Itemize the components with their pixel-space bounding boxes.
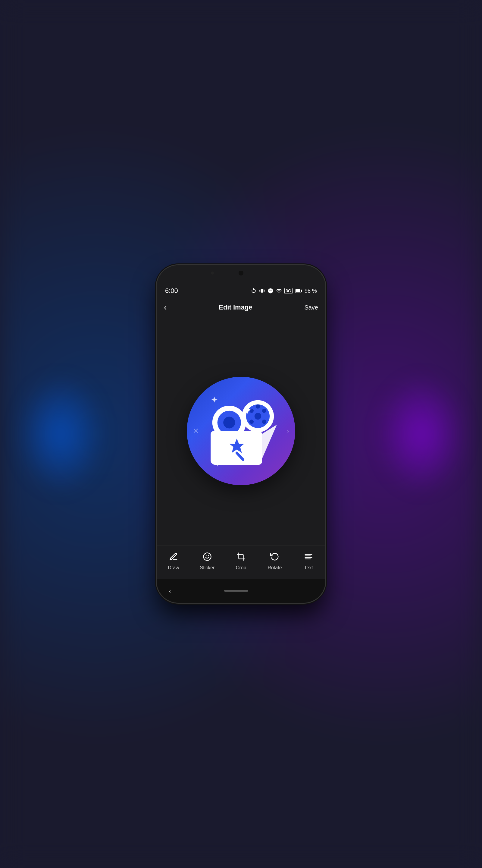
sticker-icon [201,551,213,563]
toolbar-item-crop[interactable]: Crop [229,551,253,570]
toolbar-item-sticker[interactable]: Sticker [195,551,219,570]
svg-point-12 [262,409,266,413]
cross-right-icon: › [287,427,289,435]
bg-glow-right [377,374,467,494]
battery-icon [295,289,302,293]
phone-screen: 6:00 [157,265,325,603]
battery-percent: 98 % [304,288,317,294]
phone-mockup: 6:00 [157,265,325,603]
bottom-nav-bar: ‹ [157,579,325,603]
vibrate-icon [259,288,265,294]
svg-point-19 [204,553,211,561]
image-edit-area[interactable]: ✦ ✦ ○ ✕ › [157,316,325,546]
nav-back-button[interactable]: ‹ [169,587,171,595]
save-button[interactable]: Save [304,304,318,311]
status-time: 6:00 [165,287,178,295]
dnd-icon [267,288,274,294]
header-title: Edit Image [219,304,252,311]
sparkle-top-left-icon: ✦ [211,395,218,405]
svg-point-10 [262,420,266,424]
bg-glow-left [15,374,105,494]
sticker-label: Sticker [200,565,215,570]
text-label: Text [304,565,313,570]
wifi-icon [276,288,282,294]
toolbar-item-draw[interactable]: Draw [161,551,186,570]
svg-point-9 [256,404,260,409]
svg-rect-1 [295,289,300,292]
toolbar-item-text[interactable]: Text [296,551,321,570]
back-button[interactable]: ‹ [164,303,167,312]
svg-point-11 [250,420,254,424]
rotate-icon [269,551,281,563]
draw-icon [167,551,180,563]
status-bar: 6:00 [157,283,325,299]
rotate-label: Rotate [267,565,282,570]
phone-body: 6:00 [157,265,325,603]
edit-toolbar: Draw Sticker [157,546,325,579]
phone-top-bar [157,265,325,283]
front-camera-small [211,272,214,275]
crop-label: Crop [236,565,247,570]
circle-decoration: ○ [256,456,259,463]
camera-dot [238,271,244,276]
draw-label: Draw [168,565,179,570]
text-icon [302,551,315,563]
cross-left-icon: ✕ [193,427,199,435]
svg-point-8 [255,413,261,420]
toolbar-item-rotate[interactable]: Rotate [263,551,287,570]
crop-icon [235,551,247,563]
svg-text:✦: ✦ [243,404,252,416]
edit-image-canvas: ✦ ✦ ○ ✕ › [187,377,295,485]
status-icons: 3G 98 % [251,288,317,294]
sparkle-bottom-left-icon: ✦ [214,459,221,469]
svg-point-5 [223,416,235,428]
sync-icon [251,288,257,294]
signal-3g: 3G [284,288,292,294]
nav-home-pill[interactable] [224,590,248,592]
app-header: ‹ Edit Image Save [157,299,325,316]
